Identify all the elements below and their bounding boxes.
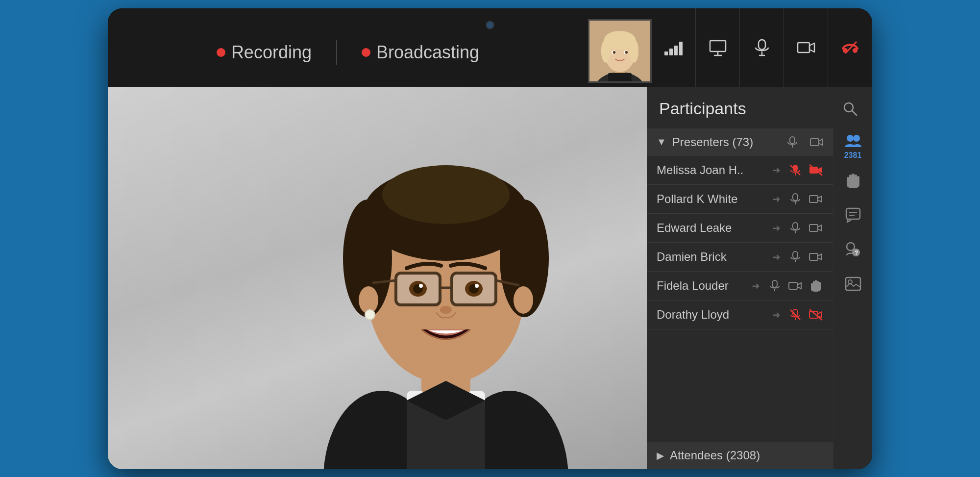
panel-list: ▼ Presenters (73) (647, 128, 833, 469)
cam-icon[interactable] (808, 221, 823, 235)
svg-rect-11 (608, 73, 632, 81)
participants-count: 2381 (844, 151, 862, 160)
end-call-button[interactable] (828, 8, 872, 87)
svg-rect-12 (710, 41, 726, 51)
top-bar: Recording Broadcasting (108, 8, 872, 87)
right-panel: Participants ▼ Presenters (73) (647, 87, 872, 469)
cam-icon[interactable] (788, 278, 803, 293)
svg-rect-83 (855, 175, 857, 182)
camera-indicator (486, 21, 494, 29)
svg-point-34 (514, 286, 533, 314)
svg-point-47 (365, 310, 375, 320)
screen-share-button[interactable] (696, 8, 740, 87)
pin-icon: ➜ (772, 193, 781, 205)
participants-title: Participants (659, 99, 838, 118)
video-area (108, 87, 647, 469)
mic-icon[interactable] (788, 250, 803, 264)
signal-button[interactable] (652, 8, 696, 87)
q-and-a-icon: ? (845, 242, 861, 257)
mic-icon[interactable] (788, 221, 803, 235)
participant-row: Pollard K White ➜ (647, 185, 833, 214)
svg-point-32 (456, 175, 505, 214)
participant-icons (788, 307, 823, 322)
attendees-label: Attendees (2308) (670, 449, 760, 462)
svg-rect-66 (809, 253, 818, 260)
chat-button[interactable] (838, 202, 868, 229)
camera-button[interactable] (784, 8, 828, 87)
presenters-section-header[interactable]: ▼ Presenters (73) (647, 128, 833, 156)
mic-muted-icon[interactable] (788, 163, 803, 177)
presenter-avatar[interactable] (588, 19, 652, 83)
microphone-button[interactable] (740, 8, 784, 87)
pin-icon: ➜ (752, 280, 760, 292)
raise-hand-button[interactable] (838, 168, 868, 195)
participant-name: Fidela Louder (657, 279, 752, 293)
svg-rect-72 (813, 281, 815, 287)
svg-rect-18 (798, 43, 809, 52)
pin-icon: ➜ (772, 251, 781, 263)
pin-icon: ➜ (772, 164, 781, 176)
recording-label: Recording (231, 42, 312, 63)
participant-name: Dorathy Lloyd (657, 308, 772, 322)
svg-rect-84 (849, 175, 852, 182)
end-call-icon (840, 38, 860, 57)
participants-side-button[interactable]: 2381 (838, 133, 868, 160)
cam-icon[interactable] (808, 250, 823, 264)
search-button[interactable] (838, 97, 862, 121)
attendees-section-header[interactable]: ▶ Attendees (2308) (647, 442, 833, 469)
svg-rect-87 (846, 208, 860, 219)
panel-with-icons: ▼ Presenters (73) (647, 128, 872, 469)
svg-line-49 (852, 111, 857, 115)
q-and-a-button[interactable]: ? (838, 236, 868, 263)
toolbar (588, 8, 872, 87)
screen-share-icon (708, 38, 728, 57)
participant-icons (767, 278, 823, 293)
mic-icon[interactable] (788, 192, 803, 206)
mic-header-icon (786, 136, 799, 149)
svg-rect-93 (846, 277, 860, 290)
participant-icons (788, 192, 823, 206)
svg-rect-63 (809, 225, 818, 231)
speaker-video (274, 97, 617, 469)
status-bar-content: Recording Broadcasting (108, 30, 588, 65)
cam-muted-icon[interactable] (808, 163, 823, 177)
svg-rect-71 (817, 281, 819, 287)
toolbar-icons (652, 8, 872, 87)
chat-icon (845, 207, 861, 223)
participant-name: Pollard K White (657, 192, 772, 206)
camera-icon (796, 38, 816, 57)
svg-point-46 (440, 306, 452, 314)
participant-row: Edward Leake ➜ (647, 214, 833, 243)
mic-muted-icon[interactable] (788, 307, 803, 322)
mic-icon[interactable] (767, 278, 782, 293)
svg-rect-69 (789, 282, 797, 289)
attendees-chevron-icon: ▶ (657, 450, 664, 461)
recording-status: Recording (197, 42, 331, 63)
cam-header-icon (809, 136, 823, 149)
cam-icon[interactable] (808, 192, 823, 206)
recording-dot (217, 48, 225, 57)
svg-rect-67 (772, 280, 777, 287)
participant-row: Fidela Louder ➜ (647, 272, 833, 301)
svg-rect-58 (793, 194, 798, 201)
participant-row: Melissa Joan H.. ➜ (647, 156, 833, 185)
participant-icons (788, 163, 823, 177)
svg-point-9 (613, 51, 616, 54)
side-icons: 2381 (833, 128, 872, 469)
svg-rect-52 (810, 139, 819, 146)
broadcasting-label: Broadcasting (376, 42, 479, 63)
cam-muted-icon[interactable] (808, 307, 823, 322)
participant-name: Edward Leake (657, 221, 772, 235)
presenters-label: Presenters (73) (672, 135, 780, 149)
svg-point-92 (847, 243, 855, 251)
svg-point-10 (625, 51, 628, 54)
svg-point-45 (475, 284, 479, 288)
device-inner: Recording Broadcasting (108, 8, 872, 469)
signal-bars-icon (664, 40, 683, 55)
status-divider (336, 40, 337, 65)
svg-point-20 (853, 48, 858, 53)
content-button[interactable] (838, 271, 868, 298)
svg-rect-74 (819, 282, 821, 287)
svg-rect-64 (793, 251, 798, 258)
raise-hand-icon (808, 278, 823, 293)
